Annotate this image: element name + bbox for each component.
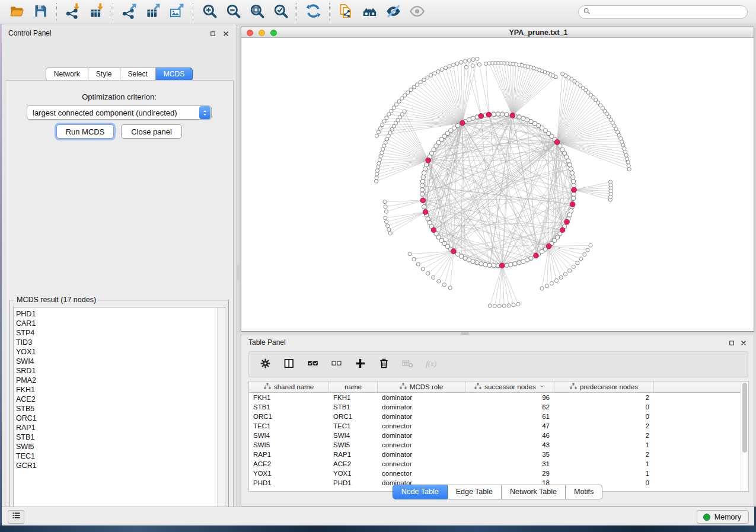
graph-node[interactable] [572, 196, 576, 200]
graph-leaf-node[interactable] [540, 287, 544, 290]
graph-leaf-node[interactable] [426, 76, 429, 79]
refresh-button[interactable] [301, 2, 325, 22]
table-scrollbar[interactable] [741, 382, 748, 491]
graph-leaf-node[interactable] [561, 72, 564, 76]
graph-node[interactable] [421, 175, 425, 180]
mcds-result-item[interactable]: STB5 [16, 404, 225, 414]
graph-leaf-node[interactable] [416, 83, 419, 86]
graph-mcds-node[interactable] [460, 120, 465, 126]
graph-mcds-node[interactable] [499, 263, 505, 268]
tab-network-table[interactable]: Network Table [502, 485, 566, 499]
float-table-panel-button[interactable] [728, 339, 736, 347]
graph-leaf-node[interactable] [375, 134, 378, 137]
graph-node[interactable] [571, 175, 575, 180]
graph-mcds-node[interactable] [426, 158, 431, 163]
network-graph[interactable] [241, 38, 754, 331]
mcds-result-item[interactable]: SRD1 [16, 366, 225, 376]
graph-node[interactable] [425, 163, 429, 167]
mcds-list-scrollbar[interactable] [217, 307, 225, 517]
graph-leaf-node[interactable] [502, 304, 506, 307]
graph-node[interactable] [567, 213, 572, 217]
graph-leaf-node[interactable] [388, 232, 392, 235]
graph-leaf-node[interactable] [440, 68, 444, 71]
graph-leaf-node[interactable] [374, 180, 378, 183]
new-network-from-selection-button[interactable] [334, 2, 358, 22]
graph-node[interactable] [513, 262, 517, 266]
graph-leaf-node[interactable] [377, 130, 380, 134]
graph-leaf-node[interactable] [400, 97, 404, 100]
zoom-fit-button[interactable] [245, 2, 269, 22]
graph-node[interactable] [420, 192, 425, 196]
import-table-button[interactable] [85, 2, 109, 22]
graph-leaf-node[interactable] [487, 62, 491, 65]
graph-node[interactable] [509, 262, 513, 267]
graph-leaf-node[interactable] [376, 169, 379, 172]
graph-mcds-node[interactable] [486, 112, 492, 117]
chevron-down-icon[interactable] [539, 383, 545, 390]
graph-node[interactable] [475, 261, 479, 265]
graph-leaf-node[interactable] [412, 257, 416, 261]
graph-leaf-node[interactable] [576, 261, 579, 265]
graph-leaf-node[interactable] [385, 116, 388, 120]
graph-leaf-node[interactable] [377, 162, 381, 165]
graph-leaf-node[interactable] [448, 286, 452, 290]
mcds-result-item[interactable]: RAP1 [16, 423, 225, 432]
table-row[interactable]: SWI4SWI4dominator462 [249, 431, 748, 440]
graph-leaf-node[interactable] [390, 109, 393, 113]
graph-node[interactable] [525, 118, 529, 122]
graph-leaf-node[interactable] [375, 172, 379, 176]
graph-node[interactable] [483, 262, 487, 267]
mcds-result-item[interactable]: PMA2 [16, 376, 225, 385]
graph-mcds-node[interactable] [560, 227, 565, 233]
mcds-result-list[interactable]: PHD1CAR1STP4TID3YOX1SWI4SRD1PMA2FKH1ACE2… [13, 307, 225, 517]
memory-button[interactable]: Memory [697, 510, 749, 524]
graph-leaf-node[interactable] [493, 304, 496, 307]
graph-leaf-node[interactable] [386, 224, 390, 227]
select-checks-button[interactable] [302, 354, 323, 374]
graph-leaf-node[interactable] [583, 253, 586, 257]
graph-leaf-node[interactable] [387, 113, 391, 116]
optimization-criterion-select[interactable]: largest connected component (undirected) [27, 105, 212, 120]
mcds-result-item[interactable]: ACE2 [16, 395, 225, 404]
graph-leaf-node[interactable] [444, 66, 448, 70]
graph-leaf-node[interactable] [545, 284, 548, 288]
graph-leaf-node[interactable] [406, 91, 410, 94]
graph-leaf-node[interactable] [378, 127, 382, 130]
graph-leaf-node[interactable] [568, 269, 572, 273]
graph-leaf-node[interactable] [464, 65, 468, 69]
graph-leaf-node[interactable] [378, 158, 381, 162]
vertical-splitter-handle[interactable] [237, 265, 240, 280]
graph-node[interactable] [492, 112, 496, 116]
graph-leaf-node[interactable] [384, 210, 388, 213]
graph-leaf-node[interactable] [512, 303, 515, 307]
mcds-result-item[interactable]: CAR1 [16, 319, 225, 328]
graph-leaf-node[interactable] [409, 88, 413, 92]
import-network-button[interactable] [61, 2, 85, 22]
graph-leaf-node[interactable] [394, 102, 398, 106]
graph-leaf-node[interactable] [608, 180, 612, 184]
graph-leaf-node[interactable] [516, 302, 520, 306]
graph-leaf-node[interactable] [463, 59, 467, 63]
graph-node[interactable] [422, 171, 426, 175]
tab-select[interactable]: Select [120, 68, 156, 81]
graph-leaf-node[interactable] [471, 57, 475, 61]
graph-node[interactable] [420, 184, 425, 188]
first-neighbors-button[interactable] [358, 2, 381, 22]
column-header-MCDS-role[interactable]: MCDS role [378, 382, 465, 392]
graph-leaf-node[interactable] [563, 273, 567, 276]
graph-leaf-node[interactable] [381, 123, 384, 127]
graph-leaf-node[interactable] [397, 100, 401, 103]
graph-leaf-node[interactable] [627, 164, 630, 168]
graph-leaf-node[interactable] [488, 304, 492, 307]
graph-leaf-node[interactable] [626, 161, 630, 164]
graph-leaf-node[interactable] [375, 176, 378, 180]
graph-leaf-node[interactable] [476, 57, 479, 60]
save-button[interactable] [28, 2, 52, 22]
network-window-titlebar[interactable]: YPA_prune.txt_1 [241, 27, 754, 38]
graph-node[interactable] [517, 261, 521, 265]
graph-node[interactable] [471, 116, 475, 120]
graph-leaf-node[interactable] [589, 243, 592, 247]
graph-node[interactable] [570, 171, 574, 175]
mcds-result-item[interactable]: PHD1 [16, 309, 225, 319]
graph-leaf-node[interactable] [392, 106, 395, 110]
